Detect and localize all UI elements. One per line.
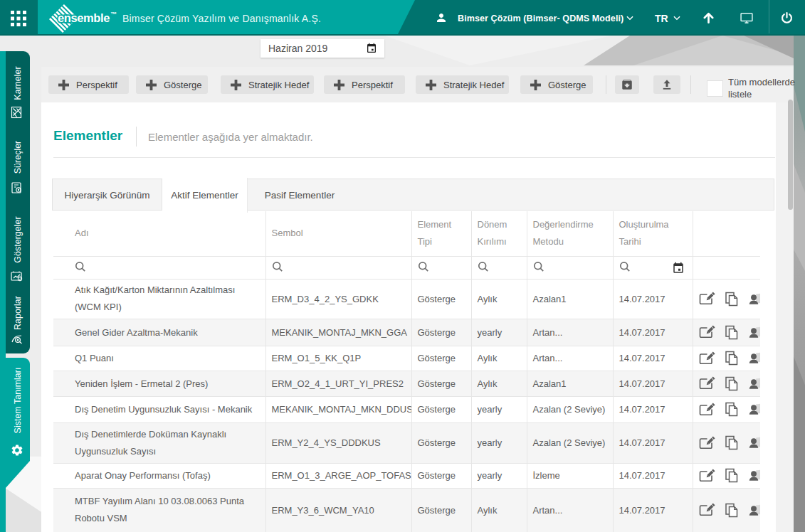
svg-text:ensemble: ensemble <box>58 11 110 24</box>
svg-text:™: ™ <box>110 11 117 18</box>
